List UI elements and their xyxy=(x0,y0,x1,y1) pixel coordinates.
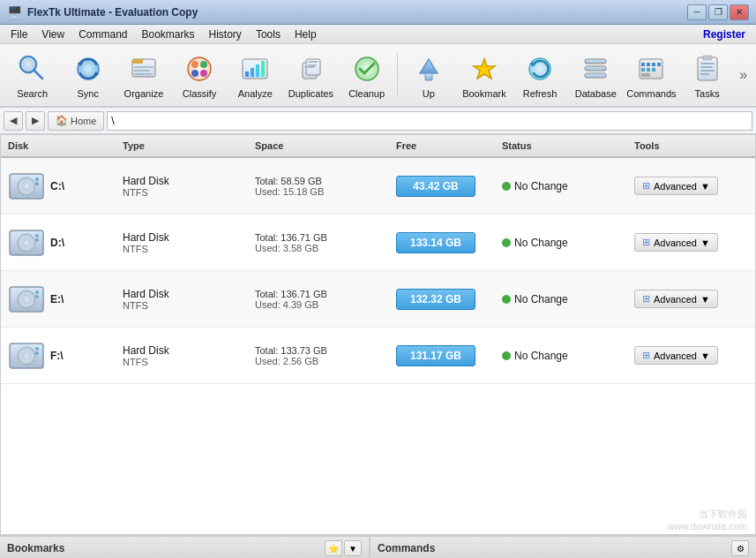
drive-type-cell: Hard Disk NTFS xyxy=(116,288,248,311)
bookmarks-title: Bookmarks xyxy=(7,542,64,554)
drive-type-cell: Hard Disk NTFS xyxy=(116,175,248,198)
drive-type-main: Hard Disk xyxy=(123,344,241,357)
drive-type-main: Hard Disk xyxy=(123,175,241,187)
hdd-icon xyxy=(8,340,45,372)
status-indicator xyxy=(502,182,511,191)
svg-point-13 xyxy=(200,61,207,68)
advanced-button[interactable]: ⊞ Advanced ▼ xyxy=(634,233,718,252)
bookmarks-dropdown-button[interactable]: ▼ xyxy=(344,540,362,556)
advanced-dropdown-icon: ▼ xyxy=(700,351,710,361)
bookmark-button[interactable]: Bookmark xyxy=(457,48,511,102)
tasks-icon xyxy=(690,51,725,87)
app-icon: 🖥️ xyxy=(7,5,22,19)
advanced-button[interactable]: ⊞ Advanced ▼ xyxy=(634,177,718,195)
back-button[interactable]: ◀ xyxy=(4,111,23,131)
analyze-label: Analyze xyxy=(238,88,273,99)
free-badge: 133.14 GB xyxy=(396,232,475,253)
svg-rect-17 xyxy=(245,72,249,77)
restore-button[interactable]: ❐ xyxy=(708,4,728,20)
menu-tools[interactable]: Tools xyxy=(249,26,288,42)
drive-letter: E:\ xyxy=(50,293,64,305)
register-link[interactable]: Register xyxy=(696,26,752,42)
drive-tools-cell: ⊞ Advanced ▼ xyxy=(627,290,733,308)
tasks-button[interactable]: Tasks xyxy=(680,48,734,102)
drive-rows-container: C:\ Hard Disk NTFS Total: 58.59 GB Used:… xyxy=(1,158,755,384)
drive-tools-cell: ⊞ Advanced ▼ xyxy=(627,233,733,252)
menu-view[interactable]: View xyxy=(34,26,71,42)
menu-command[interactable]: Command xyxy=(71,26,134,42)
space-used: Used: 2.56 GB xyxy=(255,356,382,366)
drive-type-cell: Hard Disk NTFS xyxy=(116,231,248,254)
svg-rect-25 xyxy=(304,66,315,68)
table-row[interactable]: D:\ Hard Disk NTFS Total: 136.71 GB Used… xyxy=(1,215,755,271)
refresh-button[interactable]: Refresh xyxy=(513,48,567,102)
toolbar: Search Sync Organi xyxy=(0,44,756,108)
svg-rect-47 xyxy=(700,63,715,64)
nav-bar: ◀ ▶ 🏠 Home xyxy=(0,108,756,134)
status-text: No Change xyxy=(514,350,568,362)
menu-history[interactable]: History xyxy=(202,26,249,42)
duplicates-label: Duplicates xyxy=(288,88,333,99)
svg-rect-46 xyxy=(698,57,717,80)
title-bar: 🖥️ FlexTk Ultimate - Evaluation Copy ─ ❐… xyxy=(0,0,756,25)
home-button[interactable]: 🏠 Home xyxy=(48,111,104,131)
analyze-button[interactable]: Analyze xyxy=(228,48,282,102)
drive-tools-cell: ⊞ Advanced ▼ xyxy=(627,177,733,195)
svg-rect-8 xyxy=(134,66,153,68)
hdd-icon xyxy=(8,227,45,259)
commands-panel: Commands ⚙ xyxy=(371,537,756,558)
drive-type-main: Hard Disk xyxy=(123,231,241,244)
menu-bookmarks[interactable]: Bookmarks xyxy=(135,26,202,42)
svg-rect-18 xyxy=(251,68,254,77)
drive-status-cell: No Change xyxy=(495,237,627,249)
drive-icon-cell: D:\ xyxy=(1,227,116,259)
up-button[interactable]: Up xyxy=(401,48,455,102)
status-indicator xyxy=(502,351,511,360)
classify-label: Classify xyxy=(183,88,217,99)
duplicates-button[interactable]: Duplicates xyxy=(284,48,338,102)
commands-dropdown-button[interactable]: ⚙ xyxy=(731,540,749,556)
bookmarks-star-button[interactable]: ⭐ xyxy=(325,540,342,556)
cleanup-button[interactable]: Cleanup xyxy=(340,48,393,102)
home-icon: 🏠 xyxy=(56,115,68,126)
svg-point-63 xyxy=(35,238,39,242)
classify-button[interactable]: Classify xyxy=(173,48,227,102)
menu-help[interactable]: Help xyxy=(288,26,324,42)
space-total: Total: 136.71 GB xyxy=(255,289,382,299)
forward-button[interactable]: ▶ xyxy=(26,111,45,131)
drive-free-cell: 131.17 GB xyxy=(389,345,495,366)
close-button[interactable]: ✕ xyxy=(730,4,749,20)
menu-file[interactable]: File xyxy=(4,26,34,42)
search-label: Search xyxy=(17,88,48,99)
window-controls: ─ ❐ ✕ xyxy=(687,4,749,20)
cleanup-icon xyxy=(349,51,385,87)
svg-rect-9 xyxy=(134,70,150,72)
path-input[interactable] xyxy=(107,111,752,131)
toolbar-more-button[interactable]: » xyxy=(736,64,751,87)
advanced-label: Advanced xyxy=(654,181,697,192)
commands-icon xyxy=(633,51,669,87)
analyze-icon xyxy=(237,51,273,87)
database-button[interactable]: Database xyxy=(569,48,623,102)
organize-label: Organize xyxy=(124,88,164,99)
status-text: No Change xyxy=(514,293,568,305)
svg-rect-51 xyxy=(703,56,712,60)
space-total: Total: 136.71 GB xyxy=(255,232,382,243)
drive-icon-cell: C:\ xyxy=(1,170,116,202)
table-row[interactable]: C:\ Hard Disk NTFS Total: 58.59 GB Used:… xyxy=(1,158,755,215)
search-button[interactable]: Search xyxy=(5,48,59,102)
sync-button[interactable]: Sync xyxy=(61,48,115,102)
advanced-button[interactable]: ⊞ Advanced ▼ xyxy=(634,290,718,308)
watermark: 当下软件园 www.downxia.com xyxy=(668,508,747,532)
svg-point-56 xyxy=(35,177,39,181)
drive-type-fs: NTFS xyxy=(123,244,241,254)
svg-rect-24 xyxy=(308,64,317,66)
drive-free-cell: 133.14 GB xyxy=(389,232,495,253)
table-row[interactable]: F:\ Hard Disk NTFS Total: 133.73 GB Used… xyxy=(1,328,755,384)
advanced-button[interactable]: ⊞ Advanced ▼ xyxy=(634,346,718,365)
organize-button[interactable]: Organize xyxy=(116,48,170,102)
table-row[interactable]: E:\ Hard Disk NTFS Total: 136.71 GB Used… xyxy=(1,271,755,328)
col-header-tools: Tools xyxy=(627,139,733,153)
minimize-button[interactable]: ─ xyxy=(687,4,707,20)
commands-toolbar-button[interactable]: Commands xyxy=(625,48,678,102)
